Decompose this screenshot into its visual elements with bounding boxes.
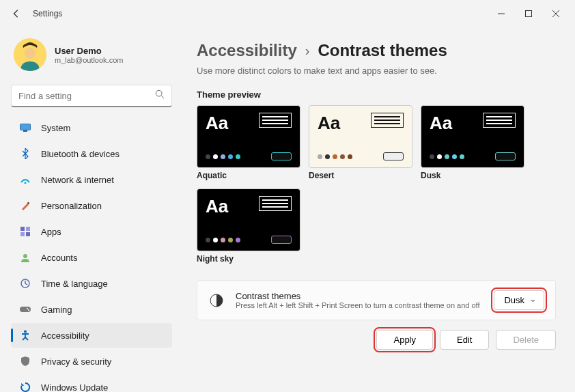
theme-select[interactable]: Dusk	[494, 290, 544, 310]
svg-point-4	[156, 90, 162, 96]
svg-point-8	[25, 182, 27, 184]
chevron-right-icon: ›	[305, 43, 310, 59]
panel-title: Contrast themes	[236, 291, 480, 301]
sidebar-item-label: Accounts	[41, 253, 77, 263]
theme-tile-desert[interactable]: Aa	[309, 105, 412, 168]
user-profile[interactable]: User Demo m_lab@outlook.com	[11, 33, 172, 82]
theme-tile-aquatic[interactable]: Aa	[197, 105, 300, 168]
sidebar-item-system[interactable]: System	[11, 115, 172, 140]
network-icon	[19, 173, 31, 186]
sidebar-item-label: System	[41, 123, 70, 133]
time-icon	[19, 277, 31, 290]
theme-sample-bars	[483, 113, 516, 128]
theme-name: Night sky	[197, 254, 300, 264]
sidebar-item-time[interactable]: Time & language	[11, 271, 172, 296]
page-subtitle: Use more distinct colors to make text an…	[197, 66, 556, 76]
svg-line-5	[161, 96, 164, 98]
sidebar-item-label: Apps	[41, 227, 61, 237]
theme-sample-bars	[259, 196, 292, 211]
sidebar-item-label: Gaming	[41, 305, 72, 315]
search-icon	[155, 89, 165, 102]
svg-rect-16	[20, 307, 31, 312]
search-box[interactable]	[11, 85, 172, 107]
theme-color-dots	[206, 238, 240, 242]
sidebar-item-privacy[interactable]: Privacy & security	[11, 349, 172, 374]
svg-rect-7	[23, 130, 27, 132]
theme-color-dots	[318, 154, 352, 159]
svg-point-19	[24, 331, 27, 333]
svg-point-18	[28, 309, 29, 311]
system-icon	[19, 122, 31, 134]
close-button[interactable]	[542, 3, 570, 25]
back-button[interactable]	[5, 3, 27, 25]
theme-preview-label: Theme preview	[197, 89, 556, 100]
sidebar-item-label: Privacy & security	[41, 356, 111, 367]
svg-rect-10	[20, 227, 25, 231]
sidebar-item-personalization[interactable]: Personalization	[11, 193, 172, 218]
sidebar-item-label: Accessibility	[41, 331, 89, 341]
contrast-icon	[208, 292, 225, 309]
theme-tile-night sky[interactable]: Aa	[197, 188, 300, 251]
breadcrumb-parent[interactable]: Accessibility	[197, 41, 297, 60]
user-name: User Demo	[55, 46, 123, 56]
svg-rect-1	[526, 11, 532, 17]
sidebar-item-label: Personalization	[41, 201, 102, 211]
svg-rect-6	[20, 124, 31, 130]
theme-sample-button	[271, 236, 292, 244]
sidebar-item-accounts[interactable]: Accounts	[11, 245, 172, 270]
svg-rect-11	[26, 227, 30, 231]
svg-point-14	[23, 254, 27, 258]
svg-point-17	[27, 308, 28, 309]
accessibility-icon	[19, 329, 31, 341]
apps-icon	[19, 225, 31, 238]
svg-rect-13	[26, 232, 30, 236]
accounts-icon	[19, 251, 31, 264]
privacy-icon	[19, 355, 31, 367]
sidebar-item-label: Network & internet	[41, 175, 114, 185]
sidebar-item-apps[interactable]: Apps	[11, 219, 172, 244]
theme-color-dots	[430, 154, 464, 159]
sidebar-item-label: Windows Update	[41, 382, 108, 393]
sidebar-item-label: Bluetooth & devices	[41, 149, 120, 159]
theme-color-dots	[206, 154, 240, 159]
avatar	[14, 38, 46, 71]
svg-rect-12	[20, 232, 25, 236]
theme-select-value: Dusk	[504, 295, 524, 305]
gaming-icon	[19, 303, 31, 316]
theme-name: Aquatic	[197, 171, 300, 180]
sidebar-item-network[interactable]: Network & internet	[11, 167, 172, 192]
edit-button[interactable]: Edit	[440, 330, 489, 350]
theme-sample-text: Aa	[206, 113, 228, 134]
theme-sample-bars	[371, 113, 404, 128]
minimize-button[interactable]	[488, 3, 515, 25]
theme-sample-text: Aa	[318, 113, 340, 134]
breadcrumb: Accessibility › Contrast themes	[197, 41, 556, 60]
update-icon	[19, 381, 31, 392]
window-title: Settings	[33, 9, 62, 18]
apply-button[interactable]: Apply	[376, 330, 433, 350]
theme-sample-button	[271, 152, 292, 160]
svg-point-3	[25, 48, 36, 59]
theme-sample-text: Aa	[206, 196, 228, 217]
sidebar-item-label: Time & language	[41, 279, 108, 289]
personalization-icon	[19, 199, 31, 212]
theme-sample-button	[495, 152, 516, 160]
search-input[interactable]	[18, 91, 155, 101]
sidebar-item-update[interactable]: Windows Update	[11, 375, 172, 392]
theme-sample-bars	[259, 113, 292, 128]
page-title: Contrast themes	[318, 41, 447, 60]
theme-tile-dusk[interactable]: Aa	[421, 105, 524, 168]
sidebar-item-accessibility[interactable]: Accessibility	[11, 323, 172, 348]
user-email: m_lab@outlook.com	[55, 56, 123, 64]
theme-sample-text: Aa	[430, 113, 452, 134]
theme-name: Dusk	[421, 171, 524, 180]
bluetooth-icon	[19, 148, 31, 160]
sidebar-item-bluetooth[interactable]: Bluetooth & devices	[11, 141, 172, 166]
theme-name: Desert	[309, 171, 412, 180]
delete-button: Delete	[496, 330, 556, 350]
panel-subtitle: Press left Alt + left Shift + Print Scre…	[236, 301, 480, 309]
sidebar-item-gaming[interactable]: Gaming	[11, 297, 172, 322]
contrast-themes-panel: Contrast themes Press left Alt + left Sh…	[197, 280, 556, 320]
maximize-button[interactable]	[515, 3, 542, 25]
theme-sample-button	[383, 152, 404, 160]
